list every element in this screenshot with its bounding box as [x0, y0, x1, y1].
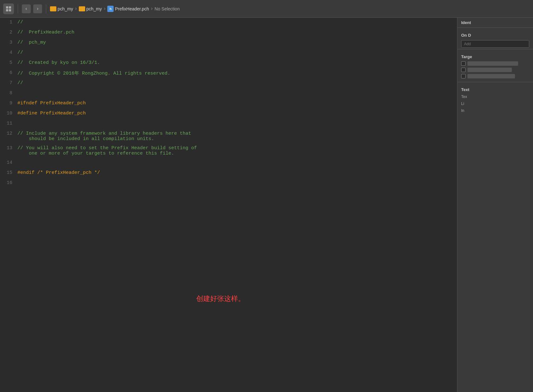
- line-number: 6: [0, 68, 17, 76]
- line-number: 4: [0, 48, 17, 55]
- line-content: #ifndef PrefixHeader_pch: [17, 99, 457, 108]
- breadcrumb-folder[interactable]: pch_my: [86, 6, 102, 11]
- text-row-2: Li: [457, 100, 533, 107]
- line-number: 16: [0, 178, 17, 186]
- main-container: 1 // 2 // PrefixHeader.pch 3 // pch_my 4…: [0, 18, 533, 392]
- line-number: 12: [0, 129, 17, 136]
- line-number: 2: [0, 28, 17, 35]
- text-section: Text Tex Li In: [457, 82, 533, 114]
- checkbox-3[interactable]: [461, 74, 466, 78]
- breadcrumb-sep-2: ›: [103, 6, 106, 12]
- line-number: 7: [0, 78, 17, 86]
- breadcrumb-project[interactable]: pch_my: [58, 6, 73, 11]
- line-number: 8: [0, 89, 17, 96]
- line-number: 10: [0, 109, 17, 116]
- line-content: // Copyright © 2016年 RongZhong. All righ…: [17, 68, 457, 78]
- code-area: 1 // 2 // PrefixHeader.pch 3 // pch_my 4…: [0, 18, 457, 188]
- line-number: 9: [0, 99, 17, 106]
- on-demand-section: On D: [457, 28, 533, 49]
- add-input[interactable]: [461, 40, 529, 48]
- line-content: #define PrefixHeader_pch: [17, 109, 457, 118]
- line-content: // Created by kyo on 16/3/1.: [17, 58, 457, 67]
- line-content: #endif /* PrefixHeader_pch */: [17, 168, 457, 177]
- checkbox-label-1: [467, 61, 518, 66]
- line-content: [17, 178, 457, 187]
- line-number: 1: [0, 18, 17, 25]
- checkbox-row-3: [457, 73, 533, 79]
- line-content: // You will also need to set the Prefix …: [17, 144, 457, 158]
- table-row: 7 //: [0, 78, 457, 89]
- target-section: Targe: [457, 49, 533, 79]
- table-row: 5 // Created by kyo on 16/3/1.: [0, 58, 457, 68]
- text-row-3: In: [457, 107, 533, 114]
- checkbox-label-2: [467, 68, 512, 72]
- table-row: 2 // PrefixHeader.pch: [0, 28, 457, 38]
- line-content: //: [17, 48, 457, 57]
- line-number: 11: [0, 119, 17, 126]
- folder-icon-1: [50, 6, 56, 11]
- breadcrumb-file[interactable]: PrefixHeader.pch: [115, 6, 149, 11]
- forward-button[interactable]: ›: [33, 4, 42, 13]
- checkbox-label-3: [467, 74, 515, 78]
- line-number: 3: [0, 38, 17, 45]
- line-content: [17, 89, 457, 98]
- folder-icon-2: [79, 6, 85, 11]
- table-row: 9 #ifndef PrefixHeader_pch: [0, 99, 457, 109]
- grid-icon: [6, 6, 11, 11]
- line-content: // Include any system framework and libr…: [17, 129, 457, 144]
- chinese-annotation: 创建好张这样。: [196, 294, 245, 303]
- grid-view-button[interactable]: [3, 3, 14, 14]
- breadcrumb: pch_my › pch_my › h PrefixHeader.pch › N…: [50, 6, 180, 12]
- line-content: //: [17, 18, 457, 27]
- line-content: // PrefixHeader.pch: [17, 28, 457, 37]
- checkbox-1[interactable]: [461, 61, 466, 66]
- table-row: 6 // Copyright © 2016年 RongZhong. All ri…: [0, 68, 457, 78]
- line-content: [17, 119, 457, 128]
- line-number: 5: [0, 58, 17, 65]
- ident-section: Ident: [457, 18, 533, 28]
- line-content: [17, 158, 457, 167]
- table-row: 15 #endif /* PrefixHeader_pch */: [0, 168, 457, 178]
- checkbox-row-2: [457, 67, 533, 73]
- text-row-1: Tex: [457, 93, 533, 100]
- table-row: 11: [0, 119, 457, 129]
- line-number: 15: [0, 168, 17, 175]
- table-row: 8: [0, 89, 457, 99]
- breadcrumb-sep-1: ›: [74, 6, 78, 12]
- breadcrumb-sep-3: ›: [150, 6, 154, 12]
- table-row: 1 //: [0, 18, 457, 28]
- no-selection-label: No Selection: [154, 6, 179, 11]
- table-row: 13 // You will also need to set the Pref…: [0, 144, 457, 158]
- line-number: 13: [0, 144, 17, 151]
- navigation-bar: ‹ › pch_my › pch_my › h PrefixHeader.pch…: [0, 0, 533, 18]
- nav-separator: [18, 4, 18, 14]
- on-demand-title: On D: [457, 30, 533, 39]
- text-section-title: Text: [457, 85, 533, 93]
- line-number: 14: [0, 158, 17, 165]
- table-row: 16: [0, 178, 457, 188]
- back-button[interactable]: ‹: [22, 4, 31, 13]
- ident-title: Ident: [461, 20, 529, 25]
- nav-separator-2: [46, 4, 46, 14]
- checkbox-2[interactable]: [461, 68, 466, 72]
- line-content: // pch_my: [17, 38, 457, 47]
- right-panel: Ident On D Targe Text Tex Li: [457, 18, 533, 392]
- code-editor[interactable]: 1 // 2 // PrefixHeader.pch 3 // pch_my 4…: [0, 18, 457, 392]
- checkbox-row-1: [457, 60, 533, 67]
- table-row: 4 //: [0, 48, 457, 58]
- target-title: Targe: [457, 52, 533, 60]
- header-file-icon: h: [107, 6, 114, 12]
- table-row: 12 // Include any system framework and l…: [0, 129, 457, 144]
- table-row: 10 #define PrefixHeader_pch: [0, 109, 457, 119]
- table-row: 14: [0, 158, 457, 168]
- table-row: 3 // pch_my: [0, 38, 457, 48]
- line-content: //: [17, 78, 457, 88]
